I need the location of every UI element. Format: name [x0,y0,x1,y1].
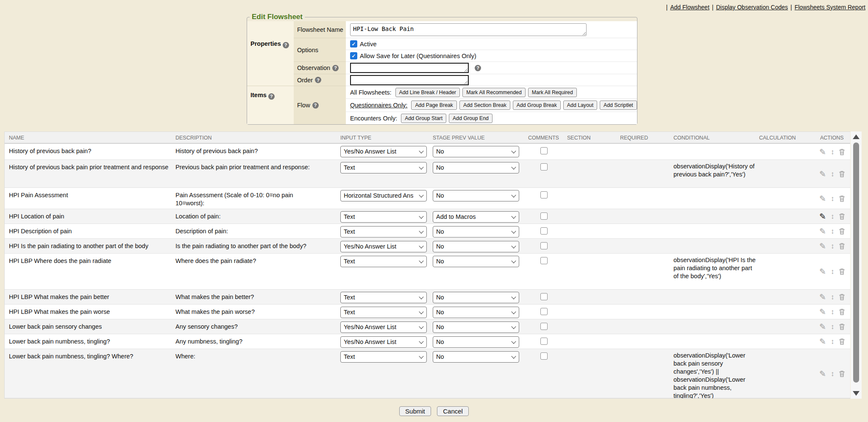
scroll-up-icon[interactable] [853,134,860,139]
input-type-select[interactable]: Yes/No Answer List [340,241,427,252]
move-row-icon[interactable]: ↕ [831,293,835,301]
edit-pencil-icon[interactable]: ✎ [819,268,826,276]
observation-input[interactable] [350,63,469,73]
stage-prev-value-select[interactable]: No [433,162,519,173]
input-type-select[interactable]: Yes/No Answer List [340,336,427,348]
top-link[interactable]: Flowsheets System Report [795,4,865,11]
input-type-select[interactable]: Horizontal Structured Ans [340,190,427,201]
input-type-select[interactable]: Yes/No Answer List [340,146,427,157]
flow-button[interactable]: Add Scriptlet [600,101,637,110]
flow-button[interactable]: Mark All Recommended [462,88,526,97]
delete-trash-icon[interactable] [839,195,845,202]
input-type-select[interactable]: Text [340,162,427,173]
cancel-button[interactable]: Cancel [437,406,469,416]
delete-trash-icon[interactable] [839,308,845,316]
edit-pencil-icon[interactable]: ✎ [819,293,826,301]
flow-button[interactable]: Add Page Break [411,101,457,110]
edit-pencil-icon[interactable]: ✎ [819,148,826,156]
help-icon[interactable]: ? [332,65,339,71]
help-icon[interactable]: ? [283,42,289,48]
allow-save-checkbox[interactable]: ✓ [350,52,357,59]
comments-checkbox[interactable] [540,163,548,170]
move-row-icon[interactable]: ↕ [831,370,835,377]
comments-checkbox[interactable] [540,338,548,345]
comments-checkbox[interactable] [540,352,548,360]
move-row-icon[interactable]: ↕ [831,243,835,250]
flow-button[interactable]: Add Layout [563,101,597,110]
edit-pencil-icon[interactable]: ✎ [819,212,826,221]
comments-checkbox[interactable] [540,212,548,220]
delete-trash-icon[interactable] [839,228,845,235]
comments-checkbox[interactable] [540,257,548,264]
scroll-down-icon[interactable] [853,391,860,396]
delete-trash-icon[interactable] [839,213,845,220]
move-row-icon[interactable]: ↕ [831,213,835,220]
flow-button[interactable]: Mark All Required [528,88,577,97]
comments-checkbox[interactable] [540,191,548,198]
delete-trash-icon[interactable] [839,148,845,155]
edit-pencil-icon[interactable]: ✎ [819,170,826,178]
comments-checkbox[interactable] [540,227,548,235]
comments-checkbox[interactable] [540,323,548,330]
move-row-icon[interactable]: ↕ [831,195,835,202]
comments-checkbox[interactable] [540,308,548,315]
flow-button[interactable]: Add Section Break [459,101,510,110]
input-type-select[interactable]: Text [340,226,427,238]
flow-button[interactable]: Add Line Break / Header [395,88,460,97]
comments-checkbox[interactable] [540,147,548,154]
input-type-select[interactable]: Yes/No Answer List [340,321,427,333]
move-row-icon[interactable]: ↕ [831,228,835,235]
delete-trash-icon[interactable] [839,170,845,177]
flowsheet-name-input[interactable]: HPI-Low Back Pain [350,23,587,36]
stage-prev-value-select[interactable]: No [433,241,519,252]
edit-pencil-icon[interactable]: ✎ [819,338,826,346]
move-row-icon[interactable]: ↕ [831,268,835,275]
flow-button[interactable]: Add Group Start [401,114,446,123]
move-row-icon[interactable]: ↕ [831,338,835,345]
help-icon[interactable]: ? [475,65,481,71]
delete-trash-icon[interactable] [839,243,845,250]
move-row-icon[interactable]: ↕ [831,323,835,330]
edit-pencil-icon[interactable]: ✎ [819,242,826,250]
delete-trash-icon[interactable] [839,323,845,330]
delete-trash-icon[interactable] [839,370,845,377]
submit-button[interactable]: Submit [399,406,431,416]
stage-prev-value-select[interactable]: No [433,292,519,303]
delete-trash-icon[interactable] [839,293,845,301]
active-checkbox[interactable]: ✓ [350,40,357,48]
scrollbar-thumb[interactable] [853,143,859,383]
top-link[interactable]: Display Observation Codes [716,4,788,11]
stage-prev-value-select[interactable]: Add to Macros [433,211,519,223]
move-row-icon[interactable]: ↕ [831,148,835,155]
input-type-select[interactable]: Text [340,351,427,363]
table-scrollbar[interactable] [851,131,862,399]
stage-prev-value-select[interactable]: No [433,351,519,363]
stage-prev-value-select[interactable]: No [433,226,519,238]
edit-pencil-icon[interactable]: ✎ [819,323,826,331]
edit-pencil-icon[interactable]: ✎ [819,369,826,377]
top-link[interactable]: Add Flowsheet [670,4,709,11]
delete-trash-icon[interactable] [839,338,845,345]
edit-pencil-icon[interactable]: ✎ [819,194,826,202]
order-input[interactable] [350,75,469,85]
move-row-icon[interactable]: ↕ [831,170,835,177]
stage-prev-value-select[interactable]: No [433,321,519,333]
input-type-select[interactable]: Text [340,292,427,303]
delete-trash-icon[interactable] [839,268,845,275]
help-icon[interactable]: ? [315,77,321,83]
stage-prev-value-select[interactable]: No [433,336,519,348]
input-type-select[interactable]: Text [340,307,427,318]
edit-pencil-icon[interactable]: ✎ [819,227,826,235]
help-icon[interactable]: ? [312,102,319,109]
move-row-icon[interactable]: ↕ [831,308,835,316]
flow-button[interactable]: Add Group Break [513,101,561,110]
stage-prev-value-select[interactable]: No [433,307,519,318]
edit-pencil-icon[interactable]: ✎ [819,308,826,316]
stage-prev-value-select[interactable]: No [433,146,519,157]
flow-button[interactable]: Add Group End [449,114,492,123]
comments-checkbox[interactable] [540,242,548,249]
input-type-select[interactable]: Text [340,211,427,223]
input-type-select[interactable]: Text [340,256,427,267]
stage-prev-value-select[interactable]: No [433,190,519,201]
help-icon[interactable]: ? [268,93,275,100]
